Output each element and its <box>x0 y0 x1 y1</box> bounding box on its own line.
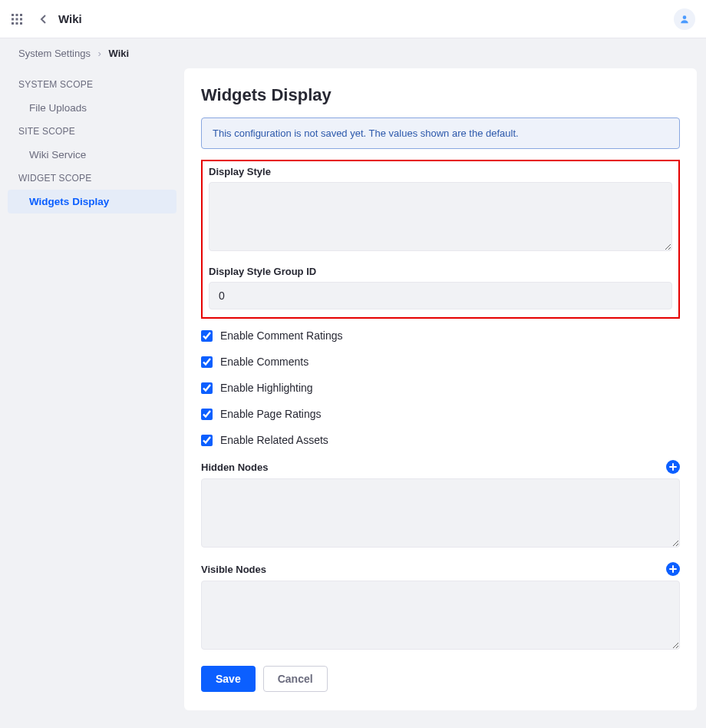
display-style-group-id-input[interactable] <box>209 282 672 309</box>
breadcrumb-current: Wiki <box>109 48 130 59</box>
enable-page-ratings-checkbox[interactable] <box>201 409 213 420</box>
page-title: Widgets Display <box>201 85 680 105</box>
hidden-nodes-input[interactable] <box>201 478 680 548</box>
hidden-nodes-add-button[interactable] <box>666 460 680 474</box>
enable-highlighting-checkbox[interactable] <box>201 382 213 394</box>
chevron-right-icon: › <box>98 48 101 59</box>
display-style-input[interactable] <box>209 182 672 251</box>
svg-point-9 <box>683 15 687 19</box>
main-content: Widgets Display This configuration is no… <box>184 68 706 728</box>
enable-comments-label: Enable Comments <box>220 356 308 368</box>
svg-rect-1 <box>16 14 18 16</box>
display-style-label: Display Style <box>209 166 672 177</box>
svg-rect-0 <box>12 14 14 16</box>
plus-icon <box>669 565 677 573</box>
enable-related-assets-label: Enable Related Assets <box>220 434 328 446</box>
checkbox-row-enable-page-ratings: Enable Page Ratings <box>201 408 680 420</box>
enable-highlighting-label: Enable Highlighting <box>220 382 313 394</box>
visible-nodes-input[interactable] <box>201 581 680 650</box>
info-alert: This configuration is not saved yet. The… <box>201 117 680 149</box>
svg-rect-4 <box>16 18 18 20</box>
breadcrumb-parent[interactable]: System Settings <box>18 48 91 59</box>
svg-rect-8 <box>20 22 22 25</box>
sidebar-item-wiki-service[interactable]: Wiki Service <box>8 143 176 167</box>
svg-rect-7 <box>16 22 18 25</box>
svg-rect-3 <box>12 18 14 20</box>
hidden-nodes-label: Hidden Nodes <box>201 462 268 473</box>
enable-page-ratings-label: Enable Page Ratings <box>220 408 322 420</box>
form-group-display-style-group-id: Display Style Group ID <box>209 266 672 309</box>
user-icon <box>679 14 690 25</box>
topbar-title: Wiki <box>58 12 82 25</box>
display-style-group-id-label: Display Style Group ID <box>209 266 672 277</box>
checkbox-row-enable-comments: Enable Comments <box>201 356 680 368</box>
sidebar: SYSTEM SCOPE File Uploads SITE SCOPE Wik… <box>0 68 184 229</box>
button-row: Save Cancel <box>201 666 680 692</box>
settings-card: Widgets Display This configuration is no… <box>184 68 697 710</box>
enable-comments-checkbox[interactable] <box>201 356 213 368</box>
topbar: Wiki <box>0 0 706 38</box>
breadcrumb: System Settings › Wiki <box>0 38 706 68</box>
scope-header-site: SITE SCOPE <box>8 120 176 143</box>
scope-header-system: SYSTEM SCOPE <box>8 73 176 96</box>
visible-nodes-label: Visible Nodes <box>201 564 266 575</box>
visible-nodes-add-button[interactable] <box>666 562 680 576</box>
user-avatar[interactable] <box>674 8 695 30</box>
form-group-visible-nodes: Visible Nodes <box>201 562 680 652</box>
checkbox-row-enable-highlighting: Enable Highlighting <box>201 382 680 394</box>
form-group-hidden-nodes: Hidden Nodes <box>201 460 680 550</box>
enable-related-assets-checkbox[interactable] <box>201 435 213 446</box>
plus-icon <box>669 463 677 471</box>
save-button[interactable]: Save <box>201 666 256 692</box>
scope-header-widget: WIDGET SCOPE <box>8 167 176 190</box>
form-group-display-style: Display Style <box>209 166 672 253</box>
sidebar-item-file-uploads[interactable]: File Uploads <box>8 96 176 120</box>
svg-rect-2 <box>20 14 22 16</box>
highlight-box: Display Style Display Style Group ID <box>201 160 680 319</box>
svg-rect-6 <box>12 22 14 25</box>
checkbox-row-enable-comment-ratings: Enable Comment Ratings <box>201 329 680 342</box>
cancel-button[interactable]: Cancel <box>263 666 328 692</box>
enable-comment-ratings-label: Enable Comment Ratings <box>220 329 343 342</box>
checkbox-row-enable-related-assets: Enable Related Assets <box>201 434 680 446</box>
svg-rect-5 <box>20 18 22 20</box>
back-chevron-icon[interactable] <box>37 12 51 26</box>
enable-comment-ratings-checkbox[interactable] <box>201 330 213 342</box>
sidebar-item-widgets-display[interactable]: Widgets Display <box>8 190 176 213</box>
apps-grid-icon[interactable] <box>11 13 23 25</box>
